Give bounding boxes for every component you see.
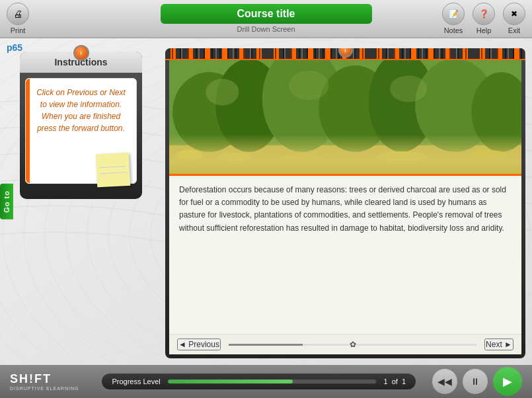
brand-subtitle: DISRUPTIVE ELEARNING bbox=[10, 386, 79, 391]
nav-divider-icon: ✿ bbox=[350, 340, 356, 349]
rewind-icon: ◀◀ bbox=[437, 376, 452, 387]
rewind-button[interactable]: ◀◀ bbox=[432, 369, 457, 394]
svg-point-16 bbox=[469, 150, 508, 161]
top-bar: 🖨 Print Course title Drill Down Screen 📝… bbox=[0, 0, 532, 38]
instructions-icon: i bbox=[73, 45, 89, 61]
svg-point-9 bbox=[206, 79, 239, 105]
content-inner: Deforestation occurs because of many rea… bbox=[169, 60, 521, 354]
page-area: p65 Go to i Instructions Click on Previo… bbox=[0, 38, 532, 365]
print-button[interactable]: 🖨 Print bbox=[7, 3, 29, 34]
content-nav-bar: ◄ Previous ✿ Next ► bbox=[169, 334, 521, 354]
media-controls: ◀◀ ⏸ ▶ bbox=[432, 367, 522, 396]
notes-button[interactable]: 📝 Notes bbox=[442, 3, 465, 34]
svg-rect-1 bbox=[169, 145, 521, 174]
svg-point-11 bbox=[390, 75, 427, 102]
content-image bbox=[169, 60, 521, 176]
instructions-panel: i Instructions Click on Previous or Next… bbox=[20, 52, 142, 199]
progress-fill bbox=[168, 379, 293, 383]
bottom-bar: SH!FT DISRUPTIVE ELEARNING Progress Leve… bbox=[0, 365, 532, 398]
progress-label: Progress Level bbox=[112, 378, 160, 385]
exit-button[interactable]: ✖ Exit bbox=[503, 3, 525, 34]
pause-button[interactable]: ⏸ bbox=[463, 369, 488, 394]
brand-name: SH!FT bbox=[10, 372, 52, 386]
content-description: Deforestation occurs because of many rea… bbox=[179, 184, 512, 235]
svg-point-10 bbox=[289, 71, 328, 100]
shift-logo: SH!FT DISRUPTIVE ELEARNING bbox=[10, 372, 79, 391]
progress-count: 1 of 1 bbox=[383, 378, 406, 385]
exit-label: Exit bbox=[508, 26, 520, 34]
play-icon: ▶ bbox=[503, 374, 512, 389]
play-button[interactable]: ▶ bbox=[493, 367, 522, 396]
course-title-button[interactable]: Course title bbox=[161, 4, 372, 24]
nav-progress-fill bbox=[229, 344, 303, 346]
instructions-body: Click on Previous or Next to view the in… bbox=[25, 78, 137, 184]
instructions-text: Click on Previous or Next to view the in… bbox=[32, 87, 130, 134]
previous-button[interactable]: ◄ Previous bbox=[177, 338, 221, 350]
top-right-nav: 📝 Notes ❓ Help ✖ Exit bbox=[442, 3, 525, 34]
content-text-area: Deforestation occurs because of many rea… bbox=[169, 176, 521, 334]
content-panel: i bbox=[165, 48, 525, 358]
next-button[interactable]: Next ► bbox=[484, 338, 513, 350]
title-area: Course title Drill Down Screen bbox=[161, 4, 372, 33]
progress-track bbox=[167, 379, 377, 384]
screen-type-label: Drill Down Screen bbox=[237, 25, 295, 33]
svg-point-12 bbox=[176, 150, 202, 161]
notes-label: Notes bbox=[444, 26, 463, 34]
svg-point-15 bbox=[379, 151, 425, 163]
spiral-binding: i bbox=[165, 48, 525, 60]
content-frame: i bbox=[165, 48, 525, 358]
goto-button[interactable]: Go to bbox=[0, 184, 13, 219]
pause-icon: ⏸ bbox=[471, 376, 480, 387]
help-button[interactable]: ❓ Help bbox=[473, 3, 495, 34]
sticky-note bbox=[96, 153, 131, 188]
content-icon: i bbox=[338, 48, 353, 58]
orange-accent-bar bbox=[26, 79, 30, 183]
nav-progress-bar: ✿ bbox=[229, 344, 476, 346]
svg-point-13 bbox=[219, 153, 252, 162]
print-label: Print bbox=[11, 26, 26, 34]
svg-point-14 bbox=[282, 153, 322, 164]
help-label: Help bbox=[476, 26, 492, 34]
progress-section: Progress Level 1 of 1 bbox=[102, 374, 416, 389]
instructions-card: Instructions Click on Previous or Next t… bbox=[20, 52, 142, 199]
